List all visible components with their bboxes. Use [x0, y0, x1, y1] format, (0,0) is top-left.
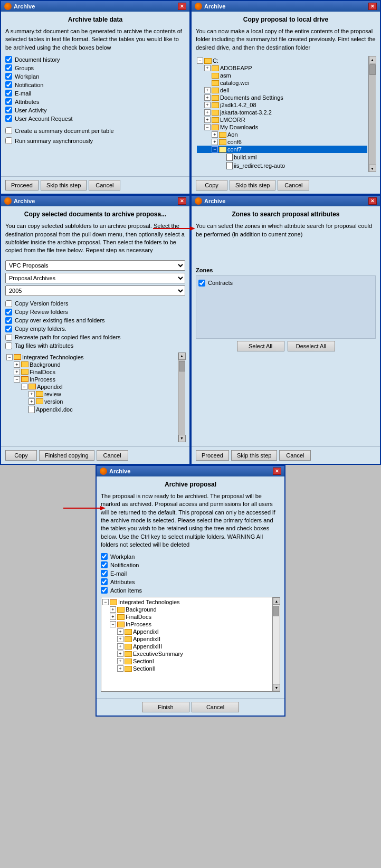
expander-appendixi[interactable]: −	[21, 384, 27, 390]
checkbox-input-copy-version[interactable]	[5, 300, 12, 307]
expander-execsummary-bottom[interactable]: +	[117, 651, 123, 657]
expander-integrated[interactable]: −	[6, 354, 13, 360]
tree-item-iis-redirect[interactable]: iis_redirect.reg-auto	[197, 161, 367, 170]
tree-item-appendixi[interactable]: − AppendixI	[6, 383, 177, 390]
tree-item-sectionii-bottom[interactable]: + SectionII	[102, 665, 271, 672]
tree-item-mydownloads[interactable]: − My Downloads	[197, 123, 367, 131]
tree-item-docs-settings[interactable]: + Documents and Settings	[197, 94, 367, 101]
expander-appendixiii-bottom[interactable]: +	[117, 643, 123, 650]
expander-aon[interactable]: +	[212, 131, 218, 138]
cancel-button-top-left[interactable]: Cancel	[89, 180, 120, 190]
expander-c[interactable]: −	[197, 58, 203, 64]
tree-item-j2sdk[interactable]: + j2sdk1.4.2_08	[197, 101, 367, 109]
scrollbar-bottom[interactable]: ▲ ▼	[272, 597, 280, 691]
scrollbar-mid-left[interactable]: ▲ ▼	[178, 352, 185, 442]
scroll-down-bottom[interactable]: ▼	[273, 684, 280, 691]
expander-conf6[interactable]: +	[212, 139, 218, 145]
expander-docs-settings[interactable]: +	[204, 94, 211, 101]
checkbox-input-summary-per-table[interactable]	[5, 127, 12, 134]
checkbox-input-attributes[interactable]	[5, 98, 12, 105]
dropdown-vpc-proposals[interactable]: VPC Proposals	[5, 260, 185, 271]
expander-appendixi-bottom[interactable]: +	[117, 628, 123, 635]
checkbox-input-workplan-bottom[interactable]	[101, 553, 108, 560]
skip-button-top-left[interactable]: Skip this step	[41, 180, 87, 190]
scroll-thumb-top-right[interactable]	[369, 64, 376, 75]
tree-item-appendixi-bottom[interactable]: + AppendixI	[102, 628, 271, 635]
tree-item-build-xml[interactable]: build.xml	[197, 153, 367, 161]
copy-button-mid-left[interactable]: Copy	[5, 450, 37, 461]
cancel-button-top-right[interactable]: Cancel	[278, 180, 309, 190]
tree-item-asm[interactable]: asm	[197, 72, 367, 79]
scroll-up-mid-left[interactable]: ▲	[178, 352, 186, 360]
expander-inprocess[interactable]: −	[14, 376, 20, 383]
proceed-button-top-left[interactable]: Proceed	[5, 180, 39, 190]
expander-integrated-bottom[interactable]: −	[102, 599, 109, 605]
expander-version[interactable]: +	[28, 398, 35, 405]
checkbox-input-email-bottom[interactable]	[101, 570, 108, 577]
checkbox-input-workplan[interactable]	[5, 73, 12, 80]
tree-item-aon[interactable]: + Aon	[197, 131, 367, 138]
proceed-button-mid-right[interactable]: Proceed	[196, 450, 229, 461]
tree-item-integrated-bottom[interactable]: − Integrated Technologies	[102, 598, 271, 606]
checkbox-input-groups[interactable]	[5, 64, 12, 71]
checkbox-input-notification-bottom[interactable]	[101, 561, 108, 568]
checkbox-input-run-async[interactable]	[5, 137, 12, 144]
checkbox-input-user-account-request[interactable]	[5, 115, 12, 122]
expander-review[interactable]: +	[28, 391, 35, 397]
cancel-button-bottom[interactable]: Cancel	[192, 702, 239, 712]
scroll-up-top-right[interactable]: ▲	[369, 56, 376, 63]
expander-finaldocs-bottom[interactable]: +	[110, 614, 116, 620]
dropdown-2005[interactable]: 2005	[5, 285, 185, 296]
close-button-mid-right[interactable]: ✕	[368, 197, 377, 205]
cancel-button-mid-left[interactable]: Cancel	[97, 450, 128, 461]
tree-item-conf6[interactable]: + conf6	[197, 138, 367, 146]
checkbox-input-copy-over-existing[interactable]	[5, 317, 12, 324]
checkbox-input-contracts[interactable]	[198, 280, 205, 287]
expander-conf7[interactable]: −	[212, 146, 218, 152]
tree-item-inprocess-bottom[interactable]: − InProcess	[102, 621, 271, 628]
tree-item-review[interactable]: + review	[6, 390, 177, 398]
tree-item-appendixiii-bottom[interactable]: + AppendixIII	[102, 643, 271, 650]
expander-background-bottom[interactable]: +	[110, 606, 116, 613]
scroll-thumb-bottom[interactable]	[273, 606, 279, 616]
tree-item-adobeapp[interactable]: + ADOBEAPP	[197, 64, 367, 72]
expander-appendixii-bottom[interactable]: +	[117, 636, 123, 642]
tree-item-inprocess[interactable]: − InProcess	[6, 376, 177, 383]
expander-sectionii-bottom[interactable]: +	[117, 665, 123, 672]
dropdown-proposal-archives[interactable]: Proposal Archives	[5, 273, 185, 283]
checkbox-input-action-items[interactable]	[101, 587, 108, 594]
tree-item-finaldocs[interactable]: + FinalDocs	[6, 368, 177, 376]
select-all-button[interactable]: Select All	[237, 341, 284, 351]
scrollbar-top-right[interactable]: ▲ ▼	[368, 56, 376, 172]
tree-item-dell[interactable]: + dell	[197, 87, 367, 94]
tree-item-sectioni-bottom[interactable]: + SectionI	[102, 657, 271, 665]
scroll-thumb-mid-left[interactable]	[179, 361, 185, 371]
expander-background[interactable]: +	[14, 361, 20, 368]
tree-item-background[interactable]: + Background	[6, 361, 177, 368]
expander-lmcorr[interactable]: +	[204, 117, 211, 123]
tree-item-conf7[interactable]: − conf7	[197, 146, 367, 153]
scroll-down-mid-left[interactable]: ▼	[178, 435, 186, 442]
tree-item-appendixii-bottom[interactable]: + AppendixII	[102, 635, 271, 643]
tree-item-catalog[interactable]: catalog.wci	[197, 79, 367, 87]
finished-copying-button[interactable]: Finished copying	[39, 450, 94, 461]
checkbox-input-attributes-bottom[interactable]	[101, 578, 108, 585]
checkbox-input-copy-review[interactable]	[5, 309, 12, 316]
tree-item-version[interactable]: + version	[6, 398, 177, 405]
cancel-button-mid-right[interactable]: Cancel	[279, 450, 311, 461]
expander-dell[interactable]: +	[204, 87, 211, 93]
expander-adobeapp[interactable]: +	[204, 65, 211, 71]
tree-item-c-root[interactable]: − C:	[197, 57, 367, 64]
tree-item-integrated[interactable]: − Integrated Technologies	[6, 354, 177, 361]
close-button-top-left[interactable]: ✕	[178, 3, 186, 10]
tree-item-appendixi-doc[interactable]: AppendixI.doc	[6, 405, 177, 414]
tree-item-execsummary-bottom[interactable]: + ExecutiveSummary	[102, 650, 271, 657]
expander-inprocess-bottom[interactable]: −	[110, 621, 116, 627]
checkbox-input-email[interactable]	[5, 90, 12, 97]
checkbox-input-recreate-path[interactable]	[5, 334, 12, 341]
tree-item-lmcorr[interactable]: + LMCORR	[197, 116, 367, 123]
checkbox-input-copy-empty[interactable]	[5, 326, 12, 332]
checkbox-input-user-activity[interactable]	[5, 107, 12, 113]
close-button-bottom[interactable]: ✕	[273, 468, 281, 475]
scroll-down-top-right[interactable]: ▼	[369, 165, 376, 172]
